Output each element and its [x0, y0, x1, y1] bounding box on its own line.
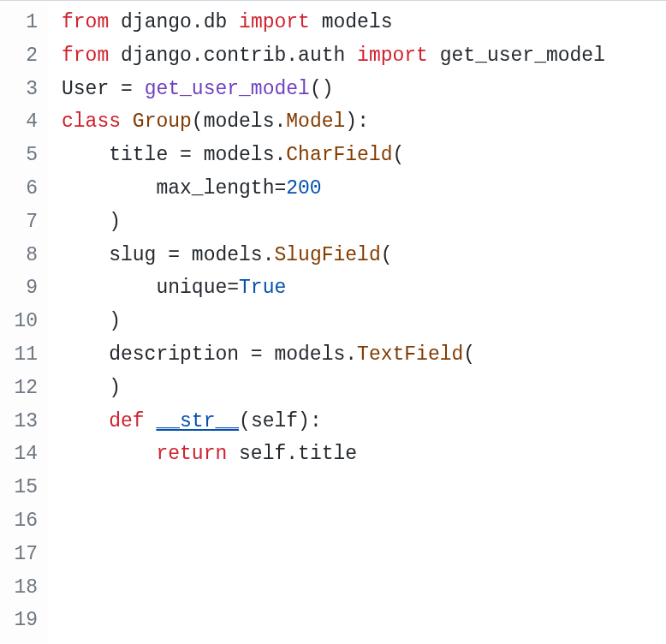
code-line: description = models.TextField( [62, 338, 605, 372]
line-number: 19 [0, 604, 38, 637]
token-ident: db [204, 11, 239, 33]
token-op: . [286, 45, 298, 67]
line-number: 13 [0, 405, 38, 438]
token-cls: Model [286, 110, 345, 133]
code-source[interactable]: from django.db import modelsfrom django.… [48, 1, 605, 642]
code-line: unique=True [62, 271, 605, 305]
code-line: from django.contrib.auth import get_user… [62, 39, 605, 73]
token-op: . [263, 244, 275, 266]
token-op: = [180, 144, 192, 166]
token-ident: models [263, 343, 346, 366]
code-line: return self.title [62, 438, 605, 471]
token-kw: import [239, 11, 310, 33]
line-number: 14 [0, 438, 38, 471]
token-ident [133, 78, 145, 100]
line-number: 7 [0, 206, 38, 239]
line-number: 6 [0, 172, 38, 206]
token-ident: slug [62, 244, 168, 266]
token-cls: CharField [286, 144, 392, 166]
token-ident [145, 410, 157, 432]
line-number: 5 [0, 139, 38, 172]
code-line: max_length=200 [62, 172, 605, 206]
token-ident [62, 211, 109, 233]
code-line: slug = models.SlugField( [62, 239, 605, 272]
code-line: ) [62, 305, 605, 338]
line-number: 17 [0, 538, 38, 571]
token-op: ) [109, 211, 121, 233]
token-ident [62, 310, 109, 332]
token-ident: django [109, 45, 192, 67]
token-op: = [274, 177, 286, 200]
token-ident: self [227, 443, 286, 465]
token-op: ) [345, 110, 357, 133]
token-op: = [227, 277, 239, 299]
token-op: = [121, 78, 133, 100]
token-op: ) [109, 310, 121, 332]
token-ident: models [310, 11, 393, 33]
token-op: ) [109, 377, 121, 399]
token-op: ( [381, 244, 393, 266]
token-kw: def [109, 410, 144, 432]
token-ident: title [62, 144, 180, 166]
token-op: ( [393, 144, 405, 166]
token-ident: self [251, 410, 298, 432]
code-block: 12345678910111213141516171819 from djang… [0, 0, 666, 642]
token-op: ( [192, 110, 204, 133]
token-ident: unique [62, 277, 227, 299]
token-ident [62, 410, 109, 432]
token-ident: User [62, 78, 121, 100]
token-op: : [310, 410, 322, 432]
token-op: . [345, 343, 357, 366]
line-number: 15 [0, 471, 38, 504]
token-ident [121, 110, 133, 133]
token-num: 200 [286, 177, 321, 200]
token-ident [62, 443, 156, 465]
token-op: = [251, 343, 263, 366]
token-op: ( [463, 343, 475, 366]
token-op: . [274, 144, 286, 166]
line-number: 1 [0, 6, 38, 39]
token-ident: contrib [204, 45, 287, 67]
line-number: 2 [0, 39, 38, 73]
code-line: User = get_user_model() [62, 73, 605, 106]
line-number: 18 [0, 571, 38, 605]
token-bool: True [239, 277, 286, 299]
line-number: 4 [0, 105, 38, 139]
token-op: . [192, 45, 204, 67]
token-kw: from [62, 45, 109, 67]
line-number: 9 [0, 271, 38, 305]
token-ident: models [192, 144, 275, 166]
token-op: ) [298, 410, 310, 432]
token-fn: get_user_model [145, 78, 310, 100]
token-cls: Group [133, 110, 192, 133]
token-cls: TextField [357, 343, 463, 366]
token-ident: max_length [62, 177, 274, 200]
token-op: . [274, 110, 286, 133]
line-number: 8 [0, 239, 38, 272]
token-kw: import [357, 45, 428, 67]
line-number: 12 [0, 372, 38, 405]
token-ident: django [109, 11, 192, 33]
token-op: = [168, 244, 180, 266]
token-ident: get_user_model [428, 45, 605, 67]
token-op: : [357, 110, 369, 133]
token-ident: title [298, 443, 357, 465]
token-kw: class [62, 110, 121, 133]
token-kw: return [156, 443, 227, 465]
code-line: def __str__(self): [62, 405, 605, 438]
token-ident [62, 377, 109, 399]
token-cls: SlugField [274, 244, 380, 266]
token-ident: models [180, 244, 263, 266]
code-line: class Group(models.Model): [62, 105, 605, 139]
line-number: 11 [0, 338, 38, 372]
code-line: ) [62, 206, 605, 239]
code-line: title = models.CharField( [62, 139, 605, 172]
token-op: . [286, 443, 298, 465]
line-number: 3 [0, 73, 38, 106]
token-op: () [310, 78, 334, 100]
code-line: ) [62, 372, 605, 405]
token-kw: from [62, 11, 109, 33]
line-number: 10 [0, 305, 38, 338]
token-op: ( [239, 410, 251, 432]
token-op: . [192, 11, 204, 33]
